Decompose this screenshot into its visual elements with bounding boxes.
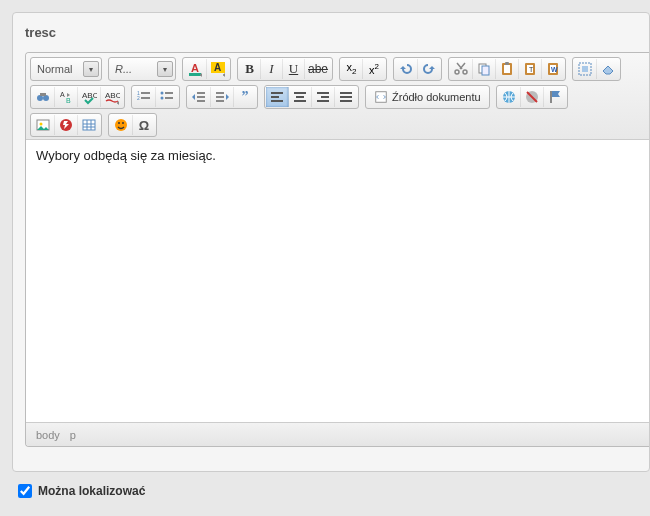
svg-rect-47 <box>321 96 329 98</box>
paste-button[interactable] <box>496 59 519 79</box>
svg-rect-48 <box>317 100 329 102</box>
link-icon <box>501 89 517 105</box>
paste-word-button[interactable]: W <box>542 59 564 79</box>
eraser-icon <box>600 61 616 77</box>
italic-button[interactable]: I <box>261 59 283 79</box>
find-group: AB ABC ABC <box>30 85 125 109</box>
align-center-button[interactable] <box>289 87 312 107</box>
subscript-button[interactable]: x2 <box>341 59 363 79</box>
bg-color-button[interactable]: A <box>207 59 229 79</box>
svg-point-60 <box>115 119 127 131</box>
editor-content-area[interactable]: Wybory odbędą się za miesiąc. <box>26 140 649 422</box>
omega-icon: Ω <box>139 118 149 133</box>
image-button[interactable] <box>32 115 55 135</box>
image-icon <box>35 117 51 133</box>
svg-rect-52 <box>376 92 387 103</box>
align-right-icon <box>315 89 331 105</box>
special-char-button[interactable]: Ω <box>133 115 155 135</box>
align-justify-button[interactable] <box>335 87 357 107</box>
find-button[interactable] <box>32 87 55 107</box>
svg-rect-45 <box>294 100 306 102</box>
link-group <box>496 85 568 109</box>
flag-icon <box>547 89 563 105</box>
svg-rect-28 <box>141 92 150 94</box>
unlink-button[interactable] <box>521 87 544 107</box>
superscript-icon: x2 <box>369 62 379 76</box>
field-label: tresc <box>25 25 649 40</box>
element-path-bar: body p <box>26 422 649 446</box>
path-body[interactable]: body <box>36 429 60 441</box>
svg-point-57 <box>40 123 43 126</box>
anchor-button[interactable] <box>544 87 566 107</box>
rich-text-editor: Normal ▾ R... ▾ A A B I <box>25 52 649 447</box>
strike-button[interactable]: abe <box>305 59 331 79</box>
content-paragraph: Wybory odbędą się za miesiąc. <box>36 148 639 163</box>
scayt-button[interactable]: ABC <box>101 87 123 107</box>
svg-text:ABC: ABC <box>105 91 120 100</box>
svg-rect-46 <box>317 92 329 94</box>
svg-rect-36 <box>197 100 205 102</box>
smiley-icon <box>113 117 129 133</box>
paste-text-button[interactable]: T <box>519 59 542 79</box>
align-right-button[interactable] <box>312 87 335 107</box>
paste-icon <box>499 61 515 77</box>
scissors-icon <box>453 61 469 77</box>
font-style-group: B I U abe <box>237 57 333 81</box>
svg-rect-38 <box>216 96 224 98</box>
italic-icon: I <box>269 61 273 77</box>
localizable-checkbox[interactable] <box>18 484 32 498</box>
smiley-button[interactable] <box>110 115 133 135</box>
paragraph-format-combo[interactable]: Normal ▾ <box>30 57 102 81</box>
spellcheck-button[interactable]: ABC <box>78 87 101 107</box>
flash-button[interactable] <box>55 115 78 135</box>
svg-text:ABC: ABC <box>82 91 97 100</box>
svg-rect-33 <box>165 97 173 99</box>
text-color-button[interactable]: A <box>184 59 207 79</box>
svg-rect-41 <box>271 96 279 98</box>
align-left-icon <box>269 89 285 105</box>
indent-group: ” <box>186 85 258 109</box>
subscript-icon: x2 <box>347 61 357 76</box>
svg-rect-35 <box>197 96 205 98</box>
cut-button[interactable] <box>450 59 473 79</box>
history-group <box>393 57 442 81</box>
svg-rect-44 <box>296 96 304 98</box>
unlink-icon <box>524 89 540 105</box>
remove-format-button[interactable] <box>597 59 619 79</box>
list-group: 12 <box>131 85 180 109</box>
superscript-button[interactable]: x2 <box>363 59 385 79</box>
chevron-down-icon: ▾ <box>157 61 173 77</box>
copy-button[interactable] <box>473 59 496 79</box>
redo-button[interactable] <box>418 59 440 79</box>
font-name-combo[interactable]: R... ▾ <box>108 57 176 81</box>
bullet-list-icon <box>159 89 175 105</box>
spellcheck-icon: ABC <box>81 89 97 105</box>
bold-button[interactable]: B <box>239 59 261 79</box>
svg-rect-39 <box>216 100 224 102</box>
insert-group <box>30 113 102 137</box>
underline-button[interactable]: U <box>283 59 305 79</box>
undo-button[interactable] <box>395 59 418 79</box>
svg-rect-29 <box>141 97 150 99</box>
svg-rect-37 <box>216 92 224 94</box>
svg-rect-59 <box>83 120 95 130</box>
path-p[interactable]: p <box>70 429 76 441</box>
replace-button[interactable]: AB <box>55 87 78 107</box>
table-button[interactable] <box>78 115 100 135</box>
align-left-button[interactable] <box>266 87 289 107</box>
indent-button[interactable] <box>211 87 234 107</box>
svg-text:A: A <box>191 62 199 74</box>
svg-rect-55 <box>550 91 552 103</box>
blockquote-button[interactable]: ” <box>234 87 256 107</box>
source-button[interactable]: Źródło dokumentu <box>365 85 490 109</box>
svg-rect-43 <box>294 92 306 94</box>
bullet-list-button[interactable] <box>156 87 178 107</box>
svg-text:A: A <box>60 91 65 98</box>
outdent-button[interactable] <box>188 87 211 107</box>
link-button[interactable] <box>498 87 521 107</box>
source-icon <box>374 90 388 104</box>
bold-icon: B <box>245 61 254 77</box>
numbered-list-button[interactable]: 12 <box>133 87 156 107</box>
select-all-button[interactable] <box>574 59 597 79</box>
indent-icon <box>214 89 230 105</box>
